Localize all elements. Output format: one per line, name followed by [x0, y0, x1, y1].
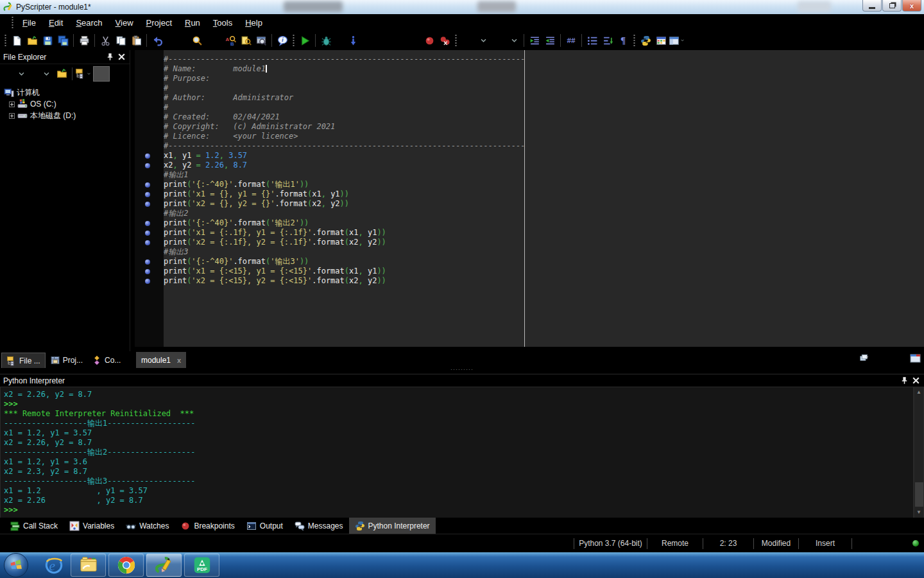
breakpoint-dot-icon[interactable] [145, 279, 150, 284]
left-tab-proj[interactable]: Proj... [46, 353, 87, 368]
left-tab-file[interactable]: File ... [1, 353, 46, 368]
dedent-block-button[interactable] [542, 33, 558, 48]
replace-button[interactable]: AB [223, 33, 238, 48]
toggle-breakpoint-button[interactable] [422, 33, 437, 48]
fe-forward-combo[interactable] [31, 67, 52, 80]
splitter-handle[interactable]: ··········· [450, 368, 474, 372]
toolbar-combo-1[interactable] [461, 34, 488, 47]
undo-button[interactable] [150, 33, 165, 48]
tree-item[interactable]: 计算机 [0, 87, 130, 98]
bottom-tab-variables[interactable]: Variables [64, 518, 120, 534]
open-file-button[interactable] [24, 33, 40, 48]
find-button[interactable] [189, 33, 205, 48]
code-editor[interactable]: #---------------------------------------… [135, 50, 924, 347]
tab-close-icon[interactable]: x [177, 356, 181, 364]
taskbar-pyscripter-button[interactable] [146, 554, 182, 577]
bottom-tab-watches[interactable]: Watches [120, 518, 175, 534]
fe-filter-button[interactable] [93, 66, 110, 82]
scroll-down-icon[interactable]: ▼ [914, 508, 923, 517]
breakpoint-dot-icon[interactable] [145, 231, 150, 236]
bottom-tab-python-interpreter[interactable]: Python Interpreter [349, 518, 436, 534]
save-button[interactable] [40, 33, 55, 48]
cut-button[interactable] [98, 33, 113, 48]
bottom-tab-messages[interactable]: Messages [289, 518, 349, 534]
tab-module1[interactable]: module1 x [136, 352, 186, 368]
special-chars-button[interactable]: ¶ [615, 33, 631, 48]
output-icon [246, 521, 260, 531]
scrollbar-thumb[interactable] [915, 482, 923, 507]
menu-view[interactable]: View [109, 16, 140, 30]
todo-list-button[interactable] [585, 33, 600, 48]
breakpoint-dot-icon[interactable] [145, 240, 150, 245]
close-button[interactable]: x [902, 0, 921, 12]
breakpoint-dot-icon[interactable] [145, 163, 150, 168]
taskbar-pdf-reader-button[interactable]: PDF [184, 554, 219, 577]
interpreter-console[interactable]: x2 = 2.26, y2 = 8.7>>>*** Remote Interpr… [0, 387, 914, 518]
breakpoint-dot-icon[interactable] [145, 221, 150, 226]
menu-project[interactable]: Project [140, 16, 178, 30]
code-explorer-tab-icon [92, 355, 105, 365]
python-engine-button[interactable] [638, 33, 653, 48]
fe-back-combo[interactable] [6, 67, 27, 80]
expand-icon[interactable] [9, 101, 15, 107]
blurred-text-artifact [284, 1, 343, 12]
left-tab-co[interactable]: Co... [87, 353, 125, 368]
menu-tools[interactable]: Tools [207, 16, 239, 30]
taskbar-chrome-button[interactable] [108, 554, 144, 577]
scroll-up-icon[interactable]: ▲ [914, 388, 923, 397]
expand-icon[interactable] [9, 113, 15, 119]
tree-item[interactable]: 本地磁盘 (D:) [0, 110, 130, 121]
breakpoint-dot-icon[interactable] [145, 153, 150, 159]
restore-button[interactable] [882, 0, 902, 12]
find-next-button[interactable] [238, 33, 253, 48]
find-in-files-button[interactable] [253, 33, 269, 48]
editor-options-button[interactable] [653, 33, 669, 48]
code-line: print('x2 = {:.1f}, y2 = {:.1f}'.format(… [135, 238, 924, 247]
console-scrollbar[interactable]: ▲ ▼ [914, 387, 924, 518]
clear-breakpoints-button[interactable] [437, 33, 452, 48]
breakpoint-dot-icon[interactable] [145, 202, 150, 207]
taskbar-windows-explorer-button[interactable] [71, 554, 106, 577]
breakpoint-dot-icon[interactable] [145, 259, 150, 265]
breakpoint-dot-icon[interactable] [145, 192, 150, 197]
fe-folder-connection-button[interactable] [75, 66, 90, 82]
layouts-button[interactable] [669, 33, 684, 48]
editor-windows-icon[interactable] [860, 353, 871, 363]
breakpoint-dot-icon[interactable] [145, 269, 150, 274]
menu-run[interactable]: Run [178, 16, 207, 30]
bottom-tab-output[interactable]: Output [241, 518, 289, 534]
paste-button[interactable] [128, 33, 144, 48]
pin-icon[interactable] [105, 53, 115, 62]
copy-button[interactable] [113, 33, 128, 48]
menu-edit[interactable]: Edit [42, 16, 69, 30]
menu-help[interactable]: Help [239, 16, 269, 30]
tree-item[interactable]: OS (C:) [0, 98, 130, 110]
toolbar-separator [524, 34, 524, 47]
bottom-tab-breakpoints[interactable]: Breakpoints [175, 518, 240, 534]
pin-icon[interactable] [900, 376, 909, 385]
save-all-button[interactable] [55, 33, 71, 48]
new-file-button[interactable] [9, 33, 24, 48]
sort-lines-button[interactable] [600, 33, 615, 48]
menu-search[interactable]: Search [69, 16, 108, 30]
minimize-button[interactable] [862, 0, 882, 12]
close-panel-icon[interactable] [911, 376, 921, 385]
taskbar-internet-explorer-button[interactable]: e [40, 554, 68, 577]
new-editor-window-icon[interactable] [910, 353, 921, 363]
debug-button[interactable] [318, 33, 334, 48]
indent-block-button[interactable] [527, 33, 542, 48]
print-button[interactable] [76, 33, 92, 48]
close-panel-icon[interactable] [117, 53, 126, 62]
toolbar-combo-2[interactable] [492, 34, 519, 47]
bottom-tab-call-stack[interactable]: Call Stack [4, 518, 64, 534]
menu-file[interactable]: File [16, 16, 42, 30]
bottom-tab-label: Output [260, 521, 283, 530]
breakpoint-dot-icon[interactable] [145, 182, 150, 188]
run-button[interactable] [297, 33, 312, 48]
syntax-hint-button[interactable]: i [275, 33, 290, 48]
start-button[interactable] [4, 553, 28, 577]
fe-open-folder-button[interactable] [54, 66, 69, 82]
toggle-comment-button[interactable]: ## [563, 33, 579, 48]
code-line: print('x1 = {:.1f}, y1 = {:.1f}'.format(… [135, 228, 924, 238]
step-into-button[interactable] [345, 33, 361, 48]
